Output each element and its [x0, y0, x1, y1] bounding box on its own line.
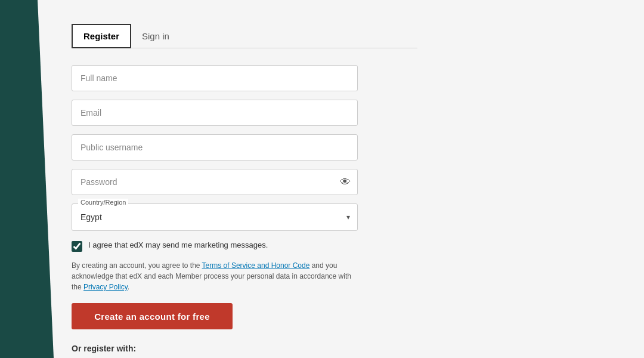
terms-link[interactable]: Terms of Service and Honor Code [202, 261, 310, 270]
email-input[interactable] [72, 100, 358, 126]
fullname-input[interactable] [72, 65, 358, 91]
country-label: Country/Region [78, 199, 128, 206]
password-wrapper: 👁 [72, 169, 358, 195]
legal-text: By creating an account, you agree to the… [72, 260, 358, 292]
username-input[interactable] [72, 134, 358, 161]
or-register-label: Or register with: [72, 344, 417, 353]
password-group: 👁 [72, 169, 417, 195]
username-group [72, 134, 417, 161]
tab-register[interactable]: Register [72, 24, 131, 48]
tab-signin[interactable]: Sign in [131, 25, 180, 47]
create-account-button[interactable]: Create an account for free [72, 303, 233, 329]
email-group [72, 100, 417, 126]
country-wrapper: Country/Region Egypt United States Unite… [72, 203, 358, 231]
country-select[interactable]: Egypt United States United Kingdom Canad… [72, 204, 357, 230]
password-input[interactable] [72, 169, 358, 195]
legal-text-after: . [128, 283, 129, 291]
legal-text-before: By creating an account, you agree to the [72, 261, 202, 270]
left-decorative-panel [0, 0, 54, 358]
auth-tabs: Register Sign in [72, 24, 417, 48]
toggle-password-icon[interactable]: 👁 [340, 176, 351, 189]
country-group: Country/Region Egypt United States Unite… [72, 203, 417, 231]
fullname-group [72, 65, 417, 91]
marketing-checkbox[interactable] [72, 241, 82, 252]
register-form-container: Register Sign in 👁 Country/Region Egypt … [72, 12, 417, 358]
marketing-checkbox-label: I agree that edX may send me marketing m… [88, 240, 268, 249]
marketing-checkbox-row: I agree that edX may send me marketing m… [72, 240, 358, 252]
privacy-link[interactable]: Privacy Policy [83, 283, 128, 291]
